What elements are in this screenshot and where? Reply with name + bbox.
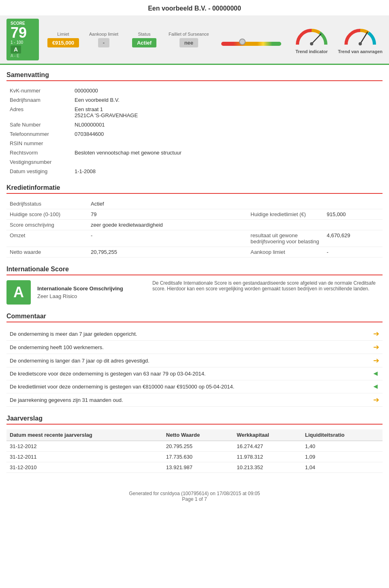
- kredit-label: Score omschrijving: [6, 220, 88, 230]
- trend-indicator-gauge: [293, 25, 330, 47]
- jaarverslag-section: Jaarverslag Datum meest recente jaarvers…: [6, 415, 383, 473]
- kredit-value2: 915,000: [323, 209, 383, 220]
- krediet-table: Bedrijfsstatus Actief Huidige score (0-1…: [6, 199, 383, 258]
- trend-aanvragen-box: Trend van aanvragen: [338, 25, 383, 54]
- kredietinformatie-title: Kredietinformatie: [6, 184, 383, 194]
- samenvatting-label: Adres: [6, 105, 71, 120]
- jaarverslag-title: Jaarverslag: [6, 415, 383, 425]
- jaarverslag-werkkapitaal: 11.978.312: [233, 452, 301, 462]
- aankoop-value: -: [98, 38, 109, 47]
- kredit-row: Omzet - resultaat uit gewone bedrijfsvoe…: [6, 230, 383, 247]
- jaarverslag-datum: 31-12-2010: [6, 462, 163, 473]
- score-box: Score 79 1 - 100 A A - E: [6, 19, 39, 60]
- score-range: 1 - 100: [11, 40, 35, 45]
- kredit-value: 79: [88, 209, 242, 220]
- kredit-value: Actief: [88, 199, 242, 209]
- footer-line2: Page 1 of 7: [0, 496, 389, 502]
- int-score-content: A Internationale Score Omschrijving Zeer…: [6, 280, 383, 305]
- limiet-item: Limiet €915,000: [47, 32, 79, 47]
- samenvatting-title: Samenvatting: [6, 71, 383, 81]
- jaarverslag-col-header: Werkkapitaal: [233, 429, 301, 441]
- trend-aanvragen-label: Trend van aanvragen: [338, 49, 383, 54]
- status-item: Status Actief: [128, 32, 160, 47]
- score-banner: Score 79 1 - 100 A A - E Limiet €915,000…: [0, 15, 389, 65]
- svg-point-1: [310, 42, 313, 45]
- commentaar-section: Commentaar De onderneming is meer dan 7 …: [6, 313, 383, 407]
- kredit-label2: Huidige kredietlimiet (€): [242, 209, 323, 220]
- kredit-row: Score omschrijving zeer goede kredietwaa…: [6, 220, 383, 230]
- samenvatting-row: Safe Number NL00000001: [6, 120, 383, 129]
- kredit-label2: [242, 199, 323, 209]
- int-score-omschrijving-area: Internationale Score Omschrijving Zeer L…: [37, 285, 123, 299]
- samenvatting-label: Vestigingsnumber: [6, 157, 71, 167]
- kredit-value2: [323, 199, 383, 209]
- jaarverslag-datum: 31-12-2012: [6, 441, 163, 452]
- svg-line-2: [360, 32, 368, 44]
- status-value: Actief: [132, 38, 156, 47]
- jaarverslag-row: 31-12-2010 13.921.987 10.213.352 1,04: [6, 462, 383, 473]
- commentaar-arrow-icon: ➔: [373, 343, 379, 352]
- trend-indicator-box: Trend indicator: [293, 25, 330, 54]
- commentaar-item: De onderneming is langer dan 7 jaar op d…: [6, 354, 383, 367]
- limiet-value: €915,000: [47, 38, 79, 47]
- samenvatting-value: [71, 139, 383, 148]
- kredit-label: Omzet: [6, 230, 88, 247]
- samenvatting-row: Datum vestiging 1-1-2008: [6, 167, 383, 176]
- kredit-label2: resultaat uit gewone bedrijfsvoering voo…: [242, 230, 323, 247]
- commentaar-text: De kredietlimiet voor deze onderneming i…: [10, 384, 234, 390]
- internationale-score-section: Internationale Score A Internationale Sc…: [6, 266, 383, 305]
- status-label: Status: [138, 32, 150, 36]
- jaarverslag-row: 31-12-2011 17.735.630 11.978.312 1,09: [6, 452, 383, 462]
- score-grade-range: A - E: [11, 54, 35, 58]
- jaarverslag-netto: 13.921.987: [163, 462, 233, 473]
- jaarverslag-row: 31-12-2012 20.795.255 16.274.427 1,40: [6, 441, 383, 452]
- jaarverslag-netto: 20.795.255: [163, 441, 233, 452]
- samenvatting-row: Adres Een straat 1 2521CA 'S-GRAVENHAGE: [6, 105, 383, 120]
- score-value: 79: [11, 26, 35, 40]
- samenvatting-row: Rechtsvorm Besloten vennootschap met gew…: [6, 148, 383, 157]
- int-score-description: De Creditsafe Internationale Score is ee…: [152, 280, 383, 292]
- jaarverslag-ratio: 1,04: [302, 462, 383, 473]
- samenvatting-row: RSIN nummer: [6, 139, 383, 148]
- samenvatting-label: Bedrijfsnaam: [6, 95, 71, 105]
- kredit-value: -: [88, 230, 242, 247]
- commentaar-arrow-icon: ➔: [373, 329, 379, 338]
- samenvatting-value: Een straat 1 2521CA 'S-GRAVENHAGE: [71, 105, 383, 120]
- jaarverslag-col-header: Datum meest recente jaarverslag: [6, 429, 163, 441]
- commentaar-text: De kredietscore voor deze onderneming is…: [10, 371, 205, 377]
- samenvatting-value: 0703844600: [71, 129, 383, 139]
- samenvatting-label: KvK-nummer: [6, 86, 71, 95]
- jaarverslag-col-header: Netto Waarde: [163, 429, 233, 441]
- jaarverslag-werkkapitaal: 16.274.427: [233, 441, 301, 452]
- samenvatting-label: Telefoonnummer: [6, 129, 71, 139]
- samenvatting-label: Rechtsvorm: [6, 148, 71, 157]
- samenvatting-row: Vestigingsnumber: [6, 157, 383, 167]
- kredit-value2: 4,670,629: [323, 230, 383, 247]
- kredit-value2: -: [323, 247, 383, 258]
- commentaar-item: De jaarrekening gegevens zijn 31 maanden…: [6, 393, 383, 407]
- commentaar-arrow-icon: ➔: [373, 356, 379, 365]
- jaarverslag-werkkapitaal: 10.213.352: [233, 462, 301, 473]
- svg-point-3: [359, 42, 362, 45]
- trend-indicator-label: Trend indicator: [295, 49, 327, 54]
- int-score-left: A Internationale Score Omschrijving Zeer…: [6, 280, 144, 305]
- int-score-omschrijving-value: Zeer Laag Risico: [37, 293, 123, 299]
- jaarverslag-col-header: Liquiditeitsratio: [302, 429, 383, 441]
- samenvatting-value: Een voorbeeld B.V.: [71, 95, 383, 105]
- failliet-item: Failliet of Surseance nee: [169, 32, 209, 47]
- kredit-label: Bedrijfsstatus: [6, 199, 88, 209]
- progress-bar: [221, 42, 281, 46]
- commentaar-text: De onderneming heeft 100 werknemers.: [10, 344, 104, 350]
- score-grade: A: [11, 45, 21, 54]
- commentaar-item: De onderneming is meer dan 7 jaar gelede…: [6, 327, 383, 341]
- samenvatting-value: [71, 157, 383, 167]
- samenvatting-table: KvK-nummer 00000000 Bedrijfsnaam Een voo…: [6, 86, 383, 176]
- samenvatting-label: Safe Number: [6, 120, 71, 129]
- commentaar-item: De kredietscore voor deze onderneming is…: [6, 367, 383, 380]
- commentaar-text: De onderneming is langer dan 7 jaar op d…: [10, 358, 150, 364]
- failliet-value: nee: [180, 38, 198, 47]
- footer-line1: Generated for csnIdyoa (100795614) on 17…: [0, 491, 389, 496]
- progress-bar-container: [221, 36, 281, 43]
- gauge-area: Trend indicator Trend van aanvragen: [293, 25, 383, 54]
- jaarverslag-ratio: 1,40: [302, 441, 383, 452]
